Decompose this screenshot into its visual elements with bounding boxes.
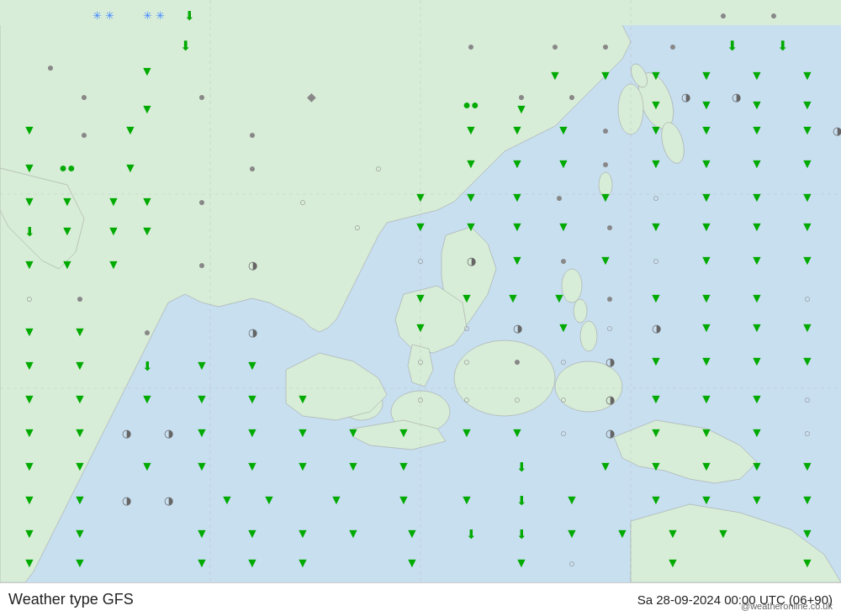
svg-point-7 <box>562 269 582 303</box>
svg-point-11 <box>454 340 555 416</box>
map-svg <box>0 0 841 582</box>
svg-point-12 <box>555 361 622 412</box>
map-background: ✳ ✳ ✳ ✳ ⬇ ⬇ ⬇ ⬇ ● ● ● ● ● ● ● <box>0 0 841 582</box>
svg-point-8 <box>574 299 587 323</box>
watermark: @weatheronline.co.uk <box>741 601 833 611</box>
map-container: ✳ ✳ ✳ ✳ ⬇ ⬇ ⬇ ⬇ ● ● ● ● ● ● ● <box>0 0 841 616</box>
svg-point-10 <box>599 172 612 197</box>
bottom-bar: Weather type GFS Sa 28-09-2024 00:00 UTC… <box>0 582 841 616</box>
page-title: Weather type GFS <box>8 591 134 608</box>
svg-point-9 <box>580 321 597 351</box>
title-section: Weather type GFS <box>8 591 134 608</box>
